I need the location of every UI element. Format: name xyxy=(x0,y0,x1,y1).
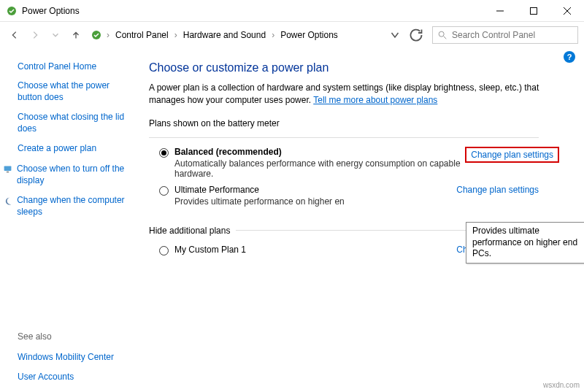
radio-balanced[interactable] xyxy=(159,148,169,158)
address-dropdown[interactable] xyxy=(388,26,402,44)
page-heading: Choose or customize a power plan xyxy=(149,61,559,74)
sidebar-control-panel-home[interactable]: Control Panel Home xyxy=(18,61,128,72)
refresh-button[interactable] xyxy=(407,26,425,44)
minimize-button[interactable] xyxy=(483,0,517,22)
close-button[interactable] xyxy=(550,0,584,22)
location-icon xyxy=(91,29,102,41)
navbar: › Control Panel › Hardware and Sound › P… xyxy=(0,22,584,48)
maximize-button[interactable] xyxy=(517,0,550,22)
search-input[interactable] xyxy=(452,30,573,40)
sidebar-user-accounts[interactable]: User Accounts xyxy=(18,372,128,383)
change-settings-ultimate[interactable]: Change plan settings xyxy=(456,185,539,195)
svg-point-6 xyxy=(439,31,444,36)
breadcrumb-control-panel[interactable]: Control Panel xyxy=(114,30,170,40)
forward-button[interactable] xyxy=(26,26,44,44)
watermark: wsxdn.com xyxy=(543,381,580,389)
sidebar-computer-sleep[interactable]: Change when the computer sleeps xyxy=(17,195,128,218)
breadcrumb-power-options[interactable]: Power Options xyxy=(279,30,339,40)
breadcrumb-hardware-sound[interactable]: Hardware and Sound xyxy=(182,30,267,40)
change-settings-balanced[interactable]: Change plan settings xyxy=(471,150,553,160)
back-button[interactable] xyxy=(6,26,23,44)
sidebar-turn-off-display[interactable]: Choose when to turn off the display xyxy=(17,164,128,186)
learn-more-link[interactable]: Tell me more about power plans xyxy=(313,95,437,105)
plan-ultimate-name: Ultimate Performance xyxy=(174,185,447,195)
plan-custom-name: My Custom Plan 1 xyxy=(174,245,447,255)
main-content: Choose or customize a power plan A power… xyxy=(137,48,584,392)
window-title: Power Options xyxy=(22,6,483,16)
svg-rect-2 xyxy=(531,7,537,14)
sidebar-mobility-center[interactable]: Windows Mobility Center xyxy=(18,352,128,364)
address-bar[interactable]: › Control Panel › Hardware and Sound › P… xyxy=(88,26,404,44)
display-off-icon xyxy=(3,164,12,175)
svg-rect-9 xyxy=(7,172,9,173)
hide-plans-label[interactable]: Hide additional plans xyxy=(149,226,230,236)
sidebar-power-button-action[interactable]: Choose what the power button does xyxy=(18,80,128,103)
see-also-label: See also xyxy=(18,331,128,342)
search-box[interactable] xyxy=(432,26,578,44)
sleep-icon xyxy=(3,195,12,207)
plan-balanced: Balanced (recommended) Automatically bal… xyxy=(149,145,559,183)
sidebar-lid-action[interactable]: Choose what closing the lid does xyxy=(18,112,128,134)
search-icon xyxy=(437,30,447,40)
chevron-right-icon: › xyxy=(105,30,111,40)
chevron-right-icon: › xyxy=(270,30,276,40)
recent-dropdown[interactable] xyxy=(47,26,64,44)
battery-meter-section-label: Plans shown on the battery meter xyxy=(149,118,559,131)
page-description: A power plan is a collection of hardware… xyxy=(149,82,559,107)
plan-ultimate: Ultimate Performance Provides ultimate p… xyxy=(149,183,559,211)
sidebar: Control Panel Home Choose what the power… xyxy=(0,48,137,392)
highlight-box: Change plan settings xyxy=(465,147,559,163)
up-button[interactable] xyxy=(67,26,85,44)
radio-ultimate[interactable] xyxy=(159,186,169,196)
svg-line-7 xyxy=(444,36,447,39)
plan-balanced-desc: Automatically balances performance with … xyxy=(174,158,465,179)
sidebar-create-plan[interactable]: Create a power plan xyxy=(18,143,128,155)
plan-balanced-name: Balanced (recommended) xyxy=(174,147,465,157)
tooltip: Provides ultimate performance on higher … xyxy=(466,222,584,264)
radio-custom[interactable] xyxy=(159,246,169,255)
app-icon xyxy=(6,5,18,17)
svg-rect-8 xyxy=(4,166,12,172)
chevron-right-icon: › xyxy=(173,30,179,40)
plan-ultimate-desc: Provides ultimate performance on higher … xyxy=(174,196,447,207)
titlebar: Power Options xyxy=(0,0,584,22)
